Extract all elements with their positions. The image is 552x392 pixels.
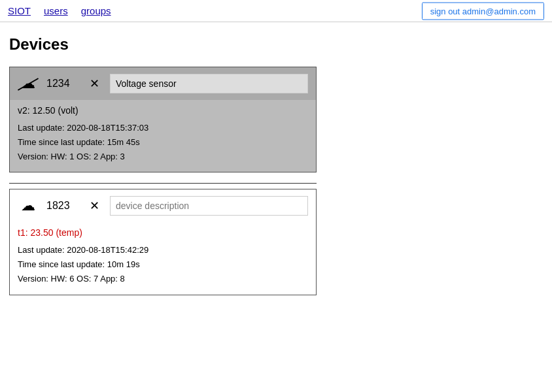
delete-device-button[interactable]: ✕	[87, 76, 102, 91]
cloud-online-icon: ☁	[18, 197, 39, 214]
nav-users[interactable]: users	[44, 5, 68, 16]
sign-out-button[interactable]: sign out admin@admin.com	[422, 2, 544, 20]
last-update-label: Last update: 2020-08-18T15:37:03	[18, 121, 308, 135]
page-title: Devices	[9, 35, 543, 54]
device-id: 1234	[46, 78, 79, 90]
sensor-value: v2: 12.50 (volt)	[18, 105, 308, 116]
version-label: Version: HW: 6 OS: 7 App: 8	[18, 272, 308, 286]
devices-container: ☁1234✕v2: 12.50 (volt)Last update: 2020-…	[9, 67, 543, 295]
device-card: ☁1823✕t1: 23.50 (temp)Last update: 2020-…	[9, 189, 317, 295]
device-header: ☁1823✕	[10, 189, 316, 222]
last-update-label: Last update: 2020-08-18T15:42:29	[18, 243, 308, 257]
device-divider	[9, 183, 317, 184]
nav-links: SIOT users groups	[8, 5, 111, 16]
time-since-label: Time since last update: 15m 45s	[18, 135, 308, 150]
nav-siot[interactable]: SIOT	[8, 5, 31, 16]
cloud-offline-icon: ☁	[18, 75, 39, 92]
device-body: v2: 12.50 (volt)Last update: 2020-08-18T…	[10, 100, 316, 172]
device-body: t1: 23.50 (temp)Last update: 2020-08-18T…	[10, 222, 316, 294]
device-id: 1823	[46, 200, 79, 212]
device-info: Last update: 2020-08-18T15:42:29Time sin…	[18, 243, 308, 286]
page-content: Devices ☁1234✕v2: 12.50 (volt)Last updat…	[0, 22, 552, 319]
top-nav: SIOT users groups sign out admin@admin.c…	[0, 0, 552, 22]
time-since-label: Time since last update: 10m 19s	[18, 257, 308, 272]
device-card: ☁1234✕v2: 12.50 (volt)Last update: 2020-…	[9, 67, 317, 172]
device-description-input[interactable]	[110, 74, 308, 93]
device-info: Last update: 2020-08-18T15:37:03Time sin…	[18, 121, 308, 164]
device-description-input[interactable]	[110, 196, 308, 216]
delete-device-button[interactable]: ✕	[87, 199, 102, 213]
version-label: Version: HW: 1 OS: 2 App: 3	[18, 150, 308, 164]
nav-groups[interactable]: groups	[81, 5, 111, 16]
device-header: ☁1234✕	[10, 67, 316, 100]
sensor-value: t1: 23.50 (temp)	[18, 227, 308, 238]
